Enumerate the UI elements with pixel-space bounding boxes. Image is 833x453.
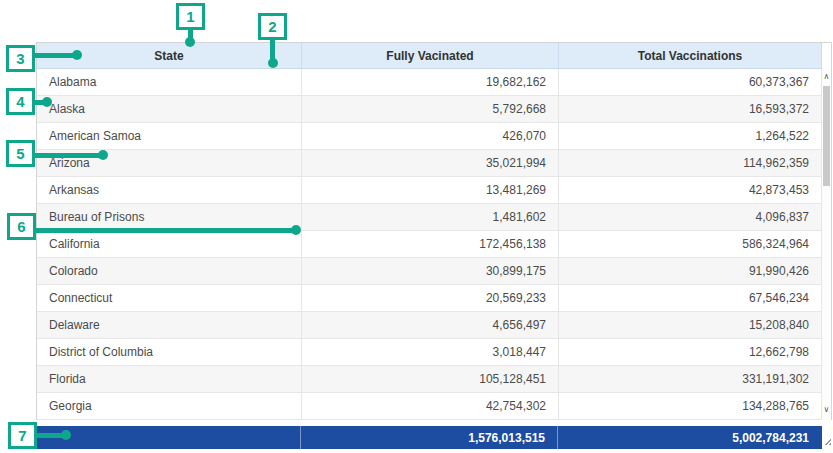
total-vaccinations-cell: 4,096,837 — [559, 204, 822, 230]
state-cell: Delaware — [37, 312, 302, 338]
scrollbar-thumb[interactable] — [823, 86, 830, 186]
table-row[interactable]: Arizona35,021,994114,962,359 — [37, 150, 822, 177]
total-vaccinations-cell: 42,873,453 — [559, 177, 822, 203]
total-vaccinations-cell: 91,990,426 — [559, 258, 822, 284]
total-vaccinations-cell: 60,373,367 — [559, 69, 822, 95]
totals-fully-vaccinated-cell: 1,576,013,515 — [301, 426, 558, 449]
callout-2-line — [270, 39, 275, 60]
fully-vaccinated-cell: 13,481,269 — [302, 177, 559, 203]
callout-7: 7 — [8, 422, 37, 449]
total-vaccinations-cell: 586,324,964 — [559, 231, 822, 257]
resize-grip-icon[interactable] — [824, 438, 831, 445]
total-vaccinations-cell: 16,593,372 — [559, 96, 822, 122]
fully-vaccinated-cell: 20,569,233 — [302, 285, 559, 311]
fully-vaccinated-cell: 426,070 — [302, 123, 559, 149]
totals-total-vaccinations-cell: 5,002,784,231 — [558, 426, 821, 449]
fully-vaccinated-cell: 3,018,447 — [302, 339, 559, 365]
totals-state-cell — [36, 426, 301, 449]
total-vaccinations-cell: 114,962,359 — [559, 150, 822, 176]
callout-6: 6 — [7, 213, 36, 240]
callout-3-dot — [72, 50, 82, 60]
fully-vaccinated-cell: 4,656,497 — [302, 312, 559, 338]
table-row[interactable]: Alaska5,792,66816,593,372 — [37, 96, 822, 123]
table-body: Alabama19,682,16260,373,367Alaska5,792,6… — [37, 69, 822, 420]
table-row[interactable]: Connecticut20,569,23367,546,234 — [37, 285, 822, 312]
column-header-total-vaccinations[interactable]: Total Vaccinations — [559, 43, 822, 68]
table-row[interactable]: Arkansas13,481,26942,873,453 — [37, 177, 822, 204]
fully-vaccinated-cell: 105,128,451 — [302, 366, 559, 392]
callout-2: 2 — [258, 13, 287, 40]
table-row[interactable]: Alabama19,682,16260,373,367 — [37, 69, 822, 96]
fully-vaccinated-cell: 1,481,602 — [302, 204, 559, 230]
state-cell: Alaska — [37, 96, 302, 122]
totals-row: 1,576,013,515 5,002,784,231 — [36, 426, 822, 449]
table-row[interactable]: California172,456,138586,324,964 — [37, 231, 822, 258]
scroll-up-icon[interactable]: ∧ — [822, 71, 831, 83]
callout-4: 4 — [6, 88, 35, 115]
callout-6-line — [34, 228, 292, 233]
callout-1: 1 — [176, 3, 205, 30]
state-cell: American Samoa — [37, 123, 302, 149]
total-vaccinations-cell: 67,546,234 — [559, 285, 822, 311]
fully-vaccinated-cell: 5,792,668 — [302, 96, 559, 122]
total-vaccinations-cell: 134,288,765 — [559, 393, 822, 419]
vertical-scrollbar[interactable]: ∧ ∨ — [822, 69, 831, 420]
state-cell: District of Columbia — [37, 339, 302, 365]
column-header-fully-vaccinated[interactable]: Fully Vacinated — [302, 43, 559, 68]
state-cell: Colorado — [37, 258, 302, 284]
total-vaccinations-cell: 15,208,840 — [559, 312, 822, 338]
table-row[interactable]: American Samoa426,0701,264,522 — [37, 123, 822, 150]
table-row[interactable]: Florida105,128,451331,191,302 — [37, 366, 822, 393]
screenshot-canvas: State Fully Vacinated Total Vaccinations… — [0, 0, 833, 453]
table-row[interactable]: Bureau of Prisons1,481,6024,096,837 — [37, 204, 822, 231]
callout-5-dot — [98, 150, 108, 160]
callout-2-dot — [268, 58, 278, 68]
callout-6-dot — [291, 225, 301, 235]
state-cell: Alabama — [37, 69, 302, 95]
total-vaccinations-cell: 331,191,302 — [559, 366, 822, 392]
callout-7-dot — [61, 430, 71, 440]
state-cell: California — [37, 231, 302, 257]
table-row[interactable]: Colorado30,899,17591,990,426 — [37, 258, 822, 285]
callout-3: 3 — [6, 45, 35, 72]
fully-vaccinated-cell: 30,899,175 — [302, 258, 559, 284]
state-cell: Connecticut — [37, 285, 302, 311]
fully-vaccinated-cell: 19,682,162 — [302, 69, 559, 95]
callout-1-dot — [185, 37, 195, 47]
callout-5: 5 — [6, 140, 35, 167]
state-cell: Florida — [37, 366, 302, 392]
scroll-down-icon[interactable]: ∨ — [822, 404, 831, 416]
callout-4-dot — [42, 97, 52, 107]
table-row[interactable]: District of Columbia3,018,44712,662,798 — [37, 339, 822, 366]
table-row[interactable]: Delaware4,656,49715,208,840 — [37, 312, 822, 339]
callout-5-line — [33, 153, 99, 158]
callout-7-line — [36, 433, 62, 438]
fully-vaccinated-cell: 172,456,138 — [302, 231, 559, 257]
state-cell: Georgia — [37, 393, 302, 419]
table-row[interactable]: Georgia42,754,302134,288,765 — [37, 393, 822, 420]
fully-vaccinated-cell: 35,021,994 — [302, 150, 559, 176]
state-cell: Bureau of Prisons — [37, 204, 302, 230]
callout-3-line — [33, 53, 75, 58]
table-header-row: State Fully Vacinated Total Vaccinations — [37, 43, 822, 69]
state-cell: Arkansas — [37, 177, 302, 203]
total-vaccinations-cell: 1,264,522 — [559, 123, 822, 149]
total-vaccinations-cell: 12,662,798 — [559, 339, 822, 365]
fully-vaccinated-cell: 42,754,302 — [302, 393, 559, 419]
